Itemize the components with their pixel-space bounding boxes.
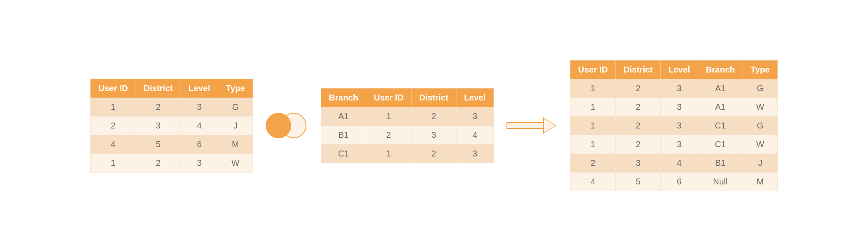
cell: M bbox=[218, 135, 253, 153]
cell: 1 bbox=[570, 79, 616, 98]
cell: J bbox=[743, 153, 778, 172]
col-header: Branch bbox=[698, 60, 743, 79]
col-header: User ID bbox=[366, 88, 411, 107]
table-row: 1 2 3 G bbox=[90, 98, 253, 116]
cell: A1 bbox=[698, 98, 743, 116]
table-row: C1 1 2 3 bbox=[321, 144, 494, 163]
right-table-wrap: User ID District Level Branch Type 1 2 3… bbox=[570, 60, 778, 191]
table-row: 4 5 6 M bbox=[90, 135, 253, 153]
left-table: User ID District Level Type 1 2 3 G 2 3 … bbox=[90, 79, 253, 173]
cell: 3 bbox=[181, 153, 218, 172]
cell: G bbox=[218, 98, 253, 116]
cell: 1 bbox=[570, 116, 616, 135]
cell: 2 bbox=[411, 107, 456, 126]
cell: 3 bbox=[616, 153, 661, 172]
cell: 2 bbox=[616, 135, 661, 153]
cell: 1 bbox=[90, 98, 136, 116]
cell: 3 bbox=[660, 135, 698, 153]
cell: 3 bbox=[181, 98, 218, 116]
cell: 3 bbox=[456, 144, 493, 163]
col-header: Type bbox=[743, 60, 778, 79]
cell: 4 bbox=[90, 135, 136, 153]
left-table-wrap: User ID District Level Type 1 2 3 G 2 3 … bbox=[90, 79, 253, 173]
cell: 5 bbox=[136, 135, 181, 153]
cell: A1 bbox=[698, 79, 743, 98]
cell: 5 bbox=[616, 172, 661, 191]
cell: 3 bbox=[456, 107, 493, 126]
cell: 2 bbox=[136, 98, 181, 116]
col-header: District bbox=[616, 60, 661, 79]
table-row: 2 3 4 B1 J bbox=[570, 153, 778, 172]
cell: 2 bbox=[570, 153, 616, 172]
cell: W bbox=[743, 98, 778, 116]
col-header: Branch bbox=[321, 88, 366, 107]
cell: 6 bbox=[181, 135, 218, 153]
col-header: User ID bbox=[570, 60, 616, 79]
col-header: Type bbox=[218, 79, 253, 98]
middle-table: Branch User ID District Level A1 1 2 3 B… bbox=[321, 88, 494, 163]
cell: 3 bbox=[660, 116, 698, 135]
cell: G bbox=[743, 79, 778, 98]
cell: A1 bbox=[321, 107, 366, 126]
col-header: Level bbox=[181, 79, 218, 98]
table-header-row: Branch User ID District Level bbox=[321, 88, 494, 107]
table-header-row: User ID District Level Type bbox=[90, 79, 253, 98]
cell: 6 bbox=[660, 172, 698, 191]
table-row: A1 1 2 3 bbox=[321, 107, 494, 126]
arrow-head bbox=[543, 117, 556, 134]
table-row: 1 2 3 C1 G bbox=[570, 116, 778, 135]
cell: W bbox=[743, 135, 778, 153]
join-diagram: User ID District Level Type 1 2 3 G 2 3 … bbox=[0, 0, 868, 251]
cell: B1 bbox=[698, 153, 743, 172]
cell: 2 bbox=[366, 126, 411, 144]
cell: 1 bbox=[570, 98, 616, 116]
result-table: User ID District Level Branch Type 1 2 3… bbox=[570, 60, 778, 191]
cell: 2 bbox=[616, 116, 661, 135]
cell: C1 bbox=[321, 144, 366, 163]
col-header: User ID bbox=[90, 79, 136, 98]
table-row: 4 5 6 Null M bbox=[570, 172, 778, 191]
col-header: Level bbox=[660, 60, 698, 79]
table-row: B1 2 3 4 bbox=[321, 126, 494, 144]
cell: 1 bbox=[366, 107, 411, 126]
table-row: 2 3 4 J bbox=[90, 116, 253, 135]
cell: 4 bbox=[660, 153, 698, 172]
cell: 4 bbox=[570, 172, 616, 191]
cell: 2 bbox=[616, 79, 661, 98]
arrow-body bbox=[506, 122, 544, 129]
cell: 4 bbox=[456, 126, 493, 144]
cell: G bbox=[743, 116, 778, 135]
cell: 3 bbox=[411, 126, 456, 144]
cell: Null bbox=[698, 172, 743, 191]
cell: 2 bbox=[616, 98, 661, 116]
cell: 3 bbox=[660, 98, 698, 116]
cell: 1 bbox=[90, 153, 136, 172]
cell: 1 bbox=[570, 135, 616, 153]
arrow-right-icon bbox=[506, 117, 557, 134]
table-row: 1 2 3 W bbox=[90, 153, 253, 172]
cell: 3 bbox=[660, 79, 698, 98]
left-join-venn-icon bbox=[266, 113, 308, 138]
col-header: District bbox=[136, 79, 181, 98]
venn-left-circle-icon bbox=[266, 113, 291, 138]
col-header: Level bbox=[456, 88, 493, 107]
col-header: District bbox=[411, 88, 456, 107]
cell: M bbox=[743, 172, 778, 191]
cell: 1 bbox=[366, 144, 411, 163]
table-row: 1 2 3 A1 W bbox=[570, 98, 778, 116]
cell: C1 bbox=[698, 116, 743, 135]
cell: 3 bbox=[136, 116, 181, 135]
cell: 2 bbox=[90, 116, 136, 135]
cell: W bbox=[218, 153, 253, 172]
cell: 2 bbox=[411, 144, 456, 163]
cell: J bbox=[218, 116, 253, 135]
cell: 4 bbox=[181, 116, 218, 135]
middle-table-wrap: Branch User ID District Level A1 1 2 3 B… bbox=[321, 88, 494, 163]
cell: B1 bbox=[321, 126, 366, 144]
table-header-row: User ID District Level Branch Type bbox=[570, 60, 778, 79]
cell: C1 bbox=[698, 135, 743, 153]
cell: 2 bbox=[136, 153, 181, 172]
table-row: 1 2 3 A1 G bbox=[570, 79, 778, 98]
table-row: 1 2 3 C1 W bbox=[570, 135, 778, 153]
